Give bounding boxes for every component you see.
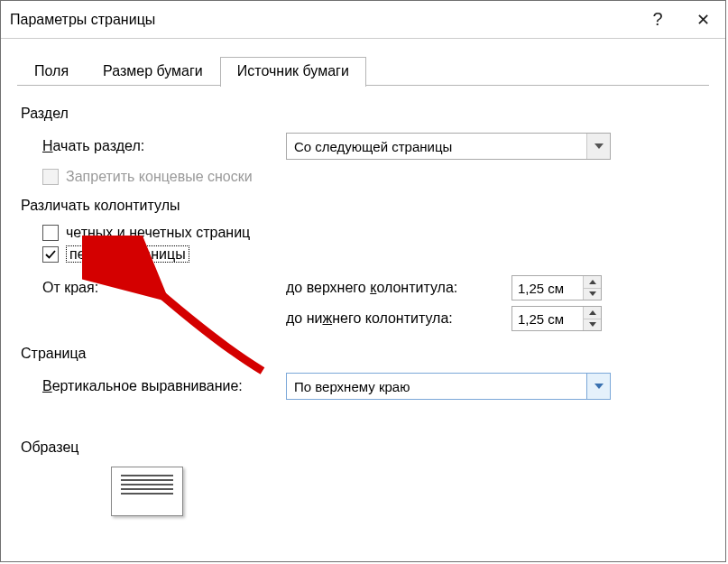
spinner-up-button[interactable] (584, 276, 601, 289)
group-page-title: Страница (21, 346, 705, 362)
tab-paper-size[interactable]: Размер бумаги (86, 57, 220, 87)
tab-label: Размер бумаги (103, 63, 203, 79)
tab-margins[interactable]: Поля (17, 57, 86, 87)
spinner-buttons (583, 276, 601, 300)
valign-row: Вертикальное выравнивание: По верхнему к… (21, 373, 705, 400)
valign-label: Вертикальное выравнивание: (42, 378, 286, 394)
dialog-body: Раздел Начать раздел: Со следующей стран… (1, 86, 725, 516)
check-icon (45, 249, 56, 260)
spinner-up-button[interactable] (584, 307, 601, 319)
group-section-title: Раздел (21, 106, 705, 122)
page-setup-dialog: Параметры страницы ? ✕ Поля Размер бумаг… (0, 0, 726, 562)
group-headers-title: Различать колонтитулы (21, 198, 705, 214)
section-start-value: Со следующей страницы (287, 139, 586, 154)
tabstrip: Поля Размер бумаги Источник бумаги (1, 39, 725, 86)
from-edge-row-1: От края: до верхнего колонтитула: 1,25 с… (21, 275, 705, 300)
footer-distance-label: до нижнего колонтитула: (286, 310, 511, 327)
close-icon: ✕ (696, 10, 710, 30)
footer-distance-spinner[interactable]: 1,25 см (511, 306, 602, 331)
section-start-combo[interactable]: Со следующей страницы (286, 133, 611, 160)
spinner-down-button[interactable] (584, 289, 601, 300)
help-icon: ? (652, 9, 662, 30)
header-distance-label: до верхнего колонтитула: (286, 280, 511, 296)
odd-even-row: четных и нечетных страниц (21, 225, 705, 241)
section-start-row: Начать раздел: Со следующей страницы (21, 133, 705, 160)
first-page-row: первой страницы (21, 246, 705, 263)
group-preview-title: Образец (21, 439, 705, 456)
odd-even-checkbox[interactable]: четных и нечетных страниц (42, 225, 250, 241)
checkbox-box (42, 225, 59, 241)
suppress-endnotes-row: Запретить концевые сноски (21, 169, 705, 185)
spinner-down-button[interactable] (584, 319, 601, 331)
from-edge-row-2: до нижнего колонтитула: 1,25 см (21, 306, 705, 331)
first-page-label: первой страницы (66, 246, 189, 263)
checkbox-box (42, 246, 59, 263)
checkbox-box (42, 169, 59, 185)
titlebar: Параметры страницы ? ✕ (1, 1, 725, 39)
header-distance-value: 1,25 см (512, 276, 583, 300)
suppress-endnotes-checkbox: Запретить концевые сноски (42, 169, 253, 185)
suppress-endnotes-label: Запретить концевые сноски (66, 169, 253, 185)
tab-paper-source[interactable]: Источник бумаги (220, 57, 366, 87)
valign-value: По верхнему краю (287, 379, 586, 394)
help-button[interactable]: ? (635, 1, 680, 39)
header-distance-spinner[interactable]: 1,25 см (511, 275, 602, 300)
section-start-label: Начать раздел: (42, 138, 286, 154)
valign-combo[interactable]: По верхнему краю (286, 373, 611, 400)
footer-distance-value: 1,25 см (512, 307, 583, 330)
preview-thumbnail (111, 467, 183, 516)
from-edge-label: От края: (42, 280, 286, 296)
odd-even-label: четных и нечетных страниц (66, 225, 250, 241)
spinner-buttons (583, 307, 601, 330)
chevron-down-icon (586, 374, 610, 399)
chevron-down-icon (586, 134, 610, 159)
tab-label: Поля (34, 63, 69, 79)
tab-label: Источник бумаги (237, 63, 349, 79)
first-page-checkbox[interactable]: первой страницы (42, 246, 189, 263)
window-title: Параметры страницы (10, 12, 635, 28)
close-button[interactable]: ✕ (680, 1, 725, 39)
